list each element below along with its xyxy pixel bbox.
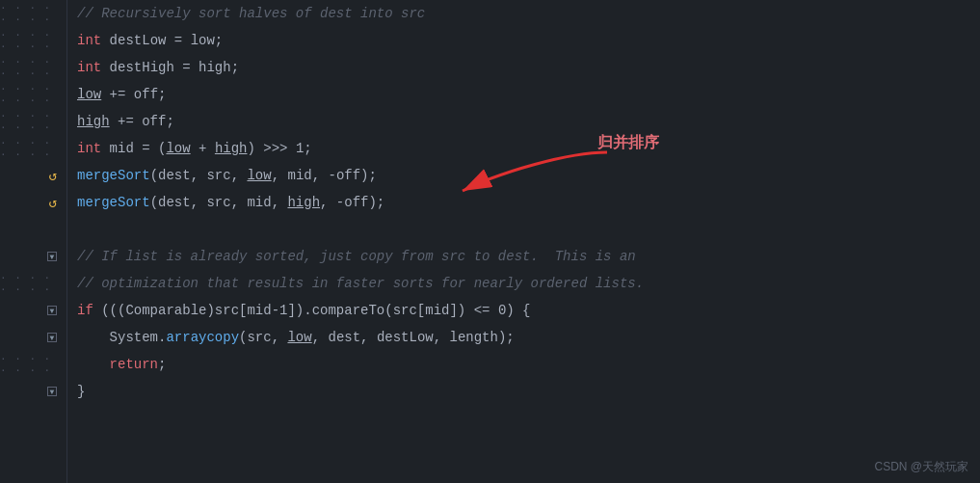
code-line-9 (77, 216, 980, 243)
code-token: mid = ( (101, 135, 166, 162)
keyword-token: if (77, 297, 93, 324)
code-token: // If list is already sorted, just copy … (77, 243, 636, 270)
code-token: ) >>> 1; (247, 135, 311, 162)
code-token: // optimization that results in faster s… (77, 270, 644, 297)
code-token: high (77, 108, 110, 135)
collapse-icon[interactable]: ▼ (47, 252, 57, 261)
code-token: (dest, src, mid, (150, 189, 288, 216)
gutter-dots: · · · · · · · · (0, 2, 59, 25)
collapse-icon[interactable]: ▼ (47, 306, 57, 315)
refresh-icon: ↺ (49, 168, 57, 184)
code-token: high (215, 135, 248, 162)
code-line-5: high += off; (77, 108, 980, 135)
gutter-row-3: · · · · · · · · (0, 54, 66, 81)
annotation-arrow (443, 143, 617, 201)
collapse-icon[interactable]: ▼ (47, 387, 57, 396)
gutter-row-15[interactable]: ▼ (0, 378, 66, 405)
keyword-token: int (77, 54, 101, 81)
gutter-row-5: · · · · · · · · (0, 108, 66, 135)
gutter-row-9 (0, 216, 66, 243)
method-token: arraycopy (166, 324, 239, 351)
code-token: (((Comparable)src[mid-1]).compareTo(src[… (93, 297, 531, 324)
gutter-dots: · · · · · · · · (0, 56, 59, 79)
gutter-dots: · · · · · · · · (0, 272, 59, 295)
code-line-2: int destLow = low; (77, 27, 980, 54)
code-token: , dest, destLow, length); (312, 324, 515, 351)
code-token: low (77, 81, 101, 108)
keyword-token: int (77, 135, 101, 162)
code-token: high (287, 189, 320, 216)
gutter-dots: · · · · · · · · (0, 83, 59, 106)
keyword-token: int (77, 27, 101, 54)
code-token: low (287, 324, 311, 351)
code-token: + (191, 135, 215, 162)
gutter-dots: · · · · · · · · (0, 110, 59, 133)
code-token (77, 351, 110, 378)
gutter-row-7: ↺ (0, 162, 66, 189)
code-token: ; (158, 351, 166, 378)
code-line-1: // Recursively sort halves of dest into … (77, 0, 980, 27)
gutter-row-1: · · · · · · · · (0, 0, 66, 27)
watermark: CSDN @天然玩家 (874, 459, 968, 475)
code-token: destHigh = high; (101, 54, 239, 81)
code-token: , mid, -off); (272, 162, 377, 189)
method-token: mergeSort (77, 162, 150, 189)
code-token: destLow = low; (101, 27, 223, 54)
code-area: // Recursively sort halves of dest into … (67, 0, 980, 483)
gutter-row-14: · · · · · · · · (0, 351, 66, 378)
gutter-dots: · · · · · · · · (0, 137, 59, 160)
code-line-14: return; (77, 351, 980, 378)
code-token: , -off); (320, 189, 384, 216)
code-line-12: if (((Comparable)src[mid-1]).compareTo(s… (77, 297, 980, 324)
gutter-row-8: ↺ (0, 189, 66, 216)
gutter-dots: · · · · · · · · (0, 29, 59, 52)
code-line-3: int destHigh = high; (77, 54, 980, 81)
gutter-row-2: · · · · · · · · (0, 27, 66, 54)
collapse-icon[interactable]: ▼ (47, 333, 57, 342)
keyword-token: return (110, 351, 158, 378)
code-token: += off; (110, 108, 174, 135)
refresh-icon: ↺ (49, 195, 57, 211)
code-line-11: // optimization that results in faster s… (77, 270, 980, 297)
code-token: low (166, 135, 190, 162)
code-line-4: low += off; (77, 81, 980, 108)
code-token: } (77, 378, 85, 405)
editor: · · · · · · · · · · · · · · · · · · · · … (0, 0, 980, 483)
method-token: mergeSort (77, 189, 150, 216)
code-token: += off; (101, 81, 166, 108)
gutter-row-12[interactable]: ▼ (0, 297, 66, 324)
gutter-row-6: · · · · · · · · (0, 135, 66, 162)
code-line-10: // If list is already sorted, just copy … (77, 243, 980, 270)
code-token: System. (77, 324, 166, 351)
line-gutter: · · · · · · · · · · · · · · · · · · · · … (0, 0, 67, 483)
gutter-row-11: · · · · · · · · (0, 270, 66, 297)
gutter-row-13[interactable]: ▼ (0, 324, 66, 351)
gutter-row-4: · · · · · · · · (0, 81, 66, 108)
code-token: // Recursively sort halves of dest into … (77, 0, 425, 27)
code-line-13: System.arraycopy(src, low, dest, destLow… (77, 324, 980, 351)
code-token: (src, (239, 324, 287, 351)
code-token: low (247, 162, 271, 189)
code-line-15: } (77, 378, 980, 405)
code-token: (dest, src, (150, 162, 248, 189)
gutter-dots: · · · · · · · · (0, 353, 59, 376)
gutter-row-10[interactable]: ▼ (0, 243, 66, 270)
